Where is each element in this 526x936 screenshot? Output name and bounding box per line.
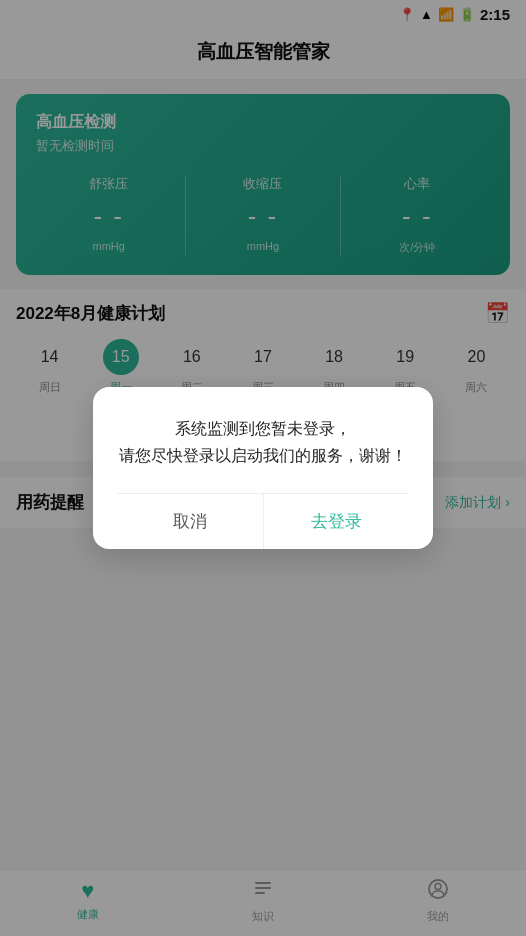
- dialog-line1: 系统监测到您暂未登录，: [175, 420, 351, 437]
- login-button[interactable]: 去登录: [264, 494, 410, 549]
- dialog-overlay: 系统监测到您暂未登录， 请您尽快登录以启动我们的服务，谢谢！ 取消 去登录: [0, 0, 526, 936]
- cancel-button[interactable]: 取消: [117, 494, 264, 549]
- login-dialog: 系统监测到您暂未登录， 请您尽快登录以启动我们的服务，谢谢！ 取消 去登录: [93, 387, 433, 549]
- dialog-buttons: 取消 去登录: [117, 493, 409, 549]
- dialog-message: 系统监测到您暂未登录， 请您尽快登录以启动我们的服务，谢谢！: [117, 415, 409, 469]
- dialog-line2: 请您尽快登录以启动我们的服务，谢谢！: [119, 447, 407, 464]
